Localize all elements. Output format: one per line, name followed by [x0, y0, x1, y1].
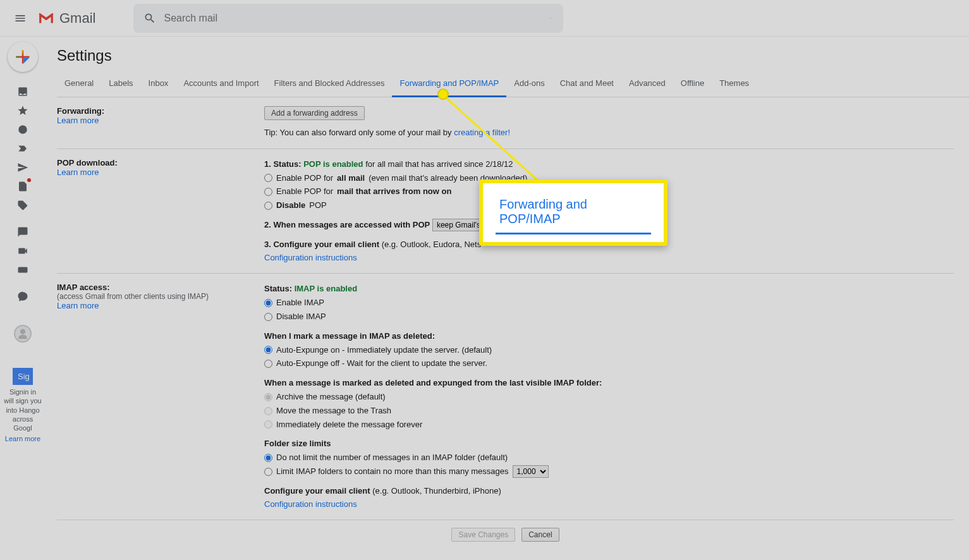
pop-configure-suffix: (e.g. Outlook, Eudora, Nets [379, 240, 481, 249]
tab-advanced[interactable]: Advanced [621, 72, 673, 97]
imap-label: IMAP access: [57, 283, 264, 292]
sidebar-snoozed-icon[interactable] [11, 120, 35, 139]
imap-configure-suffix: (e.g. Outlook, Thunderbird, iPhone) [370, 486, 501, 496]
search-input[interactable] [164, 13, 544, 24]
plus-icon [14, 48, 32, 66]
pop-configure-label: 3. Configure your email client [264, 240, 379, 249]
hamburger-icon [14, 12, 27, 25]
section-imap: IMAP access: (access Gmail from other cl… [57, 274, 954, 520]
imap-status-value: IMAP is enabled [295, 284, 357, 293]
pop-radio-now[interactable] [264, 188, 272, 196]
imap-config-instructions-link[interactable]: Configuration instructions [264, 499, 357, 509]
svg-rect-1 [18, 267, 28, 273]
tab-chat-and-meet[interactable]: Chat and Meet [552, 72, 621, 97]
person-icon [16, 327, 29, 340]
pop-status-suffix: for all mail that has arrived since 2/18… [363, 159, 513, 169]
imap-limit-select[interactable]: 1,000 [513, 465, 549, 478]
pop-label: POP download: [57, 158, 264, 167]
page-title: Settings [57, 47, 969, 64]
imap-enable-radio[interactable] [264, 299, 272, 307]
tab-forwarding-and-pop-imap[interactable]: Forwarding and POP/IMAP [392, 72, 506, 97]
tab-filters-and-blocked-addresses[interactable]: Filters and Blocked Addresses [267, 72, 393, 97]
forwarding-learn-more-link[interactable]: Learn more [57, 116, 99, 125]
imap-configure-label: Configure your email client [264, 486, 370, 496]
imap-folder-header: Folder size limits [264, 437, 954, 451]
main-content: Settings GeneralLabelsInboxAccounts and … [46, 37, 969, 554]
gmail-logo-text: Gmail [59, 10, 95, 27]
app-header: Gmail [0, 0, 969, 37]
sidebar-keyboard-icon[interactable] [11, 260, 35, 279]
annotation-dot [437, 88, 449, 100]
imap-autoexpunge-off-radio[interactable] [264, 360, 272, 368]
imap-autoexpunge-on-radio[interactable] [264, 346, 272, 354]
tab-labels[interactable]: Labels [101, 72, 140, 97]
main-menu-button[interactable] [5, 3, 35, 33]
tab-offline[interactable]: Offline [673, 72, 712, 97]
sidebar-learn-more-link[interactable]: Learn more [5, 435, 40, 442]
imap-deleted-header: When I mark a message in IMAP as deleted… [264, 330, 954, 343]
settings-tabs: GeneralLabelsInboxAccounts and ImportFil… [57, 72, 969, 97]
cancel-button[interactable]: Cancel [521, 528, 559, 542]
callout-tab-label: Forwarding and POP/IMAP [496, 197, 651, 234]
tab-themes[interactable]: Themes [712, 72, 757, 97]
annotation-callout: Forwarding and POP/IMAP [479, 180, 667, 246]
imap-disable-radio[interactable] [264, 313, 272, 321]
imap-nolimit-radio[interactable] [264, 454, 272, 462]
footer-buttons: Save Changes Cancel [57, 520, 954, 554]
sidebar-meet-icon[interactable] [11, 241, 35, 260]
gmail-logo[interactable]: Gmail [38, 10, 95, 27]
save-changes-button[interactable]: Save Changes [451, 528, 515, 542]
sidebar-inbox-icon[interactable] [11, 82, 35, 101]
compose-button[interactable] [8, 42, 38, 72]
pop-radio-all[interactable] [264, 174, 272, 182]
sidebar-important-icon[interactable] [11, 139, 35, 158]
sidebar-sent-icon[interactable] [11, 158, 35, 177]
tab-accounts-and-import[interactable]: Accounts and Import [176, 72, 266, 97]
imap-trash-radio[interactable] [264, 407, 272, 415]
search-icon [143, 12, 156, 25]
pop-learn-more-link[interactable]: Learn more [57, 167, 99, 177]
imap-status-pre: Status: [264, 284, 295, 293]
sidebar-drafts-icon[interactable] [11, 177, 35, 196]
sidebar-hangouts-icon[interactable] [11, 287, 35, 306]
imap-archive-radio[interactable] [264, 393, 272, 401]
pop-status-num: 1. Status: [264, 159, 303, 169]
user-avatar[interactable] [14, 325, 32, 343]
forwarding-tip-text: Tip: You can also forward only some of y… [264, 128, 454, 137]
imap-delete-radio[interactable] [264, 420, 272, 429]
imap-sublabel: (access Gmail from other clients using I… [57, 292, 264, 301]
hangouts-signin-text: Signin in will sign you into Hango acros… [0, 385, 46, 435]
pop-config-instructions-link[interactable]: Configuration instructions [264, 253, 357, 262]
section-forwarding: Forwarding: Learn more Add a forwarding … [57, 97, 954, 149]
tab-inbox[interactable]: Inbox [141, 72, 176, 97]
imap-learn-more-link[interactable]: Learn more [57, 301, 99, 310]
search-options-icon[interactable] [544, 12, 557, 25]
imap-expunged-header: When a message is marked as deleted and … [264, 377, 954, 390]
search-bar[interactable] [133, 4, 563, 33]
svg-point-0 [18, 125, 27, 134]
pop-radio-disable[interactable] [264, 202, 272, 210]
sidebar-starred-icon[interactable] [11, 101, 35, 120]
pop-accessed-label: 2. When messages are accessed with POP [264, 220, 430, 229]
forwarding-label: Forwarding: [57, 106, 264, 116]
svg-point-2 [20, 329, 25, 334]
tab-add-ons[interactable]: Add-ons [506, 72, 552, 97]
sidebar: Sig Signin in will sign you into Hango a… [0, 37, 46, 554]
sidebar-chat-icon[interactable] [11, 222, 35, 241]
add-forwarding-address-button[interactable]: Add a forwarding address [264, 106, 365, 120]
imap-limit-radio[interactable] [264, 468, 272, 476]
tab-general[interactable]: General [57, 72, 101, 97]
signin-button[interactable]: Sig [13, 368, 33, 385]
pop-status-value: POP is enabled [303, 159, 363, 169]
gmail-m-icon [38, 12, 54, 25]
sidebar-categories-icon[interactable] [11, 196, 35, 215]
